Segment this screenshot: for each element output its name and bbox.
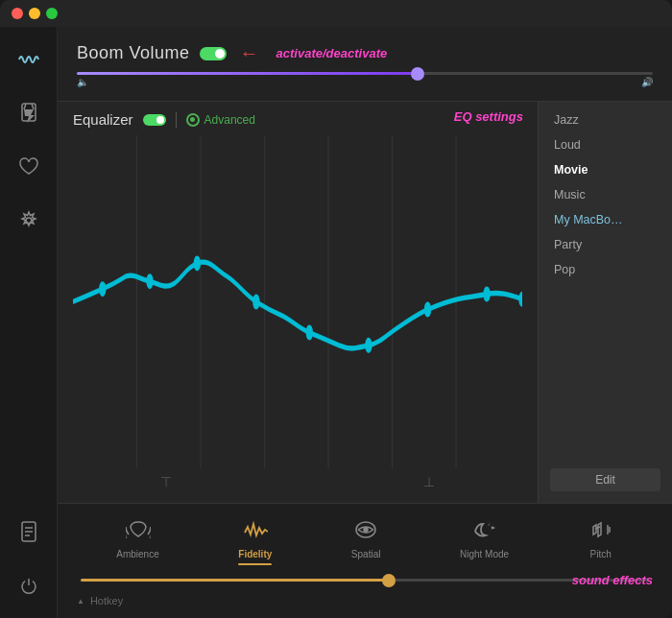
main-layout: Boom Volume ← activate/deactivate 🔈 🔊 xyxy=(0,27,672,618)
fidelity-underline xyxy=(238,563,272,565)
volume-header: Boom Volume ← activate/deactivate xyxy=(77,42,653,64)
eq-section: Equalizer Advanced EQ settings xyxy=(58,101,672,503)
preset-edit-button[interactable]: Edit xyxy=(550,468,660,491)
night-mode-icon xyxy=(472,519,497,545)
effects-section: Ambience Fidelity xyxy=(58,503,672,618)
effect-slider-thumb[interactable] xyxy=(382,574,396,587)
volume-toggle[interactable] xyxy=(200,47,227,60)
sidebar-icon-power[interactable] xyxy=(12,568,46,603)
fidelity-label: Fidelity xyxy=(238,549,272,559)
pitch-label: Pitch xyxy=(590,549,612,559)
svg-line-1 xyxy=(24,104,26,109)
traffic-lights xyxy=(12,8,58,19)
effect-tab-fidelity[interactable]: Fidelity xyxy=(228,515,281,569)
preset-mymacbo[interactable]: My MacBo… xyxy=(539,207,672,232)
eq-title: Equalizer xyxy=(73,111,133,128)
pitch-icon xyxy=(588,519,613,545)
eq-divider xyxy=(176,112,177,128)
eq-bottom-icon-2: ⊥ xyxy=(423,474,435,489)
volume-slider-track[interactable] xyxy=(77,72,653,75)
eq-bottom-icon-1: ⊤ xyxy=(160,474,172,489)
effect-tab-ambience[interactable]: Ambience xyxy=(107,515,168,569)
ambience-icon xyxy=(126,519,151,545)
advanced-badge[interactable]: Advanced xyxy=(186,113,255,127)
effect-slider-container xyxy=(77,579,653,582)
svg-point-15 xyxy=(146,273,153,289)
sound-effects-annotation: sound effects xyxy=(572,573,653,587)
sidebar-icon-heart[interactable] xyxy=(12,150,46,184)
app-window: Boom Volume ← activate/deactivate 🔈 🔊 xyxy=(0,0,672,618)
fidelity-icon xyxy=(243,519,268,545)
svg-point-17 xyxy=(252,294,259,309)
volume-title: Boom Volume xyxy=(77,43,190,63)
svg-point-22 xyxy=(518,292,522,307)
eq-annotation: EQ settings xyxy=(454,109,523,124)
eq-left: Equalizer Advanced EQ settings xyxy=(58,102,538,503)
hotkey-label: Hotkey xyxy=(90,595,123,606)
activate-annotation: activate/deactivate xyxy=(276,46,388,60)
preset-music[interactable]: Music xyxy=(539,182,672,207)
volume-slider-container: 🔈 🔊 xyxy=(77,72,653,87)
effect-slider-row: sound effects xyxy=(77,579,653,582)
effect-tab-night-mode[interactable]: Night Mode xyxy=(450,515,518,569)
sidebar-icon-wave[interactable] xyxy=(12,42,46,77)
eq-chart xyxy=(73,135,522,468)
ambience-label: Ambience xyxy=(116,549,158,559)
volume-max-icon: 🔊 xyxy=(641,77,653,87)
volume-min-icon: 🔈 xyxy=(77,77,88,87)
sidebar-icon-bolt[interactable] xyxy=(12,96,46,131)
advanced-dot-icon xyxy=(186,113,200,127)
sidebar-icon-document[interactable] xyxy=(12,514,46,549)
preset-party[interactable]: Party xyxy=(539,232,672,257)
svg-point-21 xyxy=(483,286,490,301)
volume-slider-thumb[interactable] xyxy=(411,67,424,81)
spatial-label: Spatial xyxy=(351,549,381,559)
svg-line-2 xyxy=(32,104,34,109)
minimize-button[interactable] xyxy=(29,8,40,19)
titlebar xyxy=(0,0,672,27)
svg-point-16 xyxy=(194,255,201,271)
sidebar xyxy=(0,27,58,618)
effect-tab-spatial[interactable]: Spatial xyxy=(342,515,391,569)
effect-slider-track[interactable] xyxy=(81,579,649,582)
hotkey-section[interactable]: ▲ Hotkey xyxy=(77,589,653,608)
effect-tab-pitch[interactable]: Pitch xyxy=(579,515,623,569)
spatial-icon xyxy=(353,519,378,545)
content-area: Boom Volume ← activate/deactivate 🔈 🔊 xyxy=(58,27,672,618)
hotkey-chevron-icon: ▲ xyxy=(77,597,84,606)
svg-point-14 xyxy=(99,281,106,297)
eq-header: Equalizer Advanced EQ settings xyxy=(73,111,522,128)
advanced-label: Advanced xyxy=(204,113,255,127)
svg-point-18 xyxy=(306,325,313,341)
preset-jazz[interactable]: Jazz xyxy=(539,107,672,132)
eq-toggle[interactable] xyxy=(143,114,166,126)
svg-point-24 xyxy=(364,528,368,532)
volume-section: Boom Volume ← activate/deactivate 🔈 🔊 xyxy=(58,27,672,101)
eq-bottom-icons: ⊤ ⊥ xyxy=(73,468,522,493)
sidebar-icon-settings[interactable] xyxy=(12,203,46,238)
preset-pop[interactable]: Pop xyxy=(539,257,672,282)
maximize-button[interactable] xyxy=(46,8,58,19)
volume-arrow: ← xyxy=(240,42,259,64)
svg-point-19 xyxy=(365,338,372,353)
preset-loud[interactable]: Loud xyxy=(539,132,672,157)
effects-tabs: Ambience Fidelity xyxy=(77,515,653,569)
night-mode-label: Night Mode xyxy=(460,549,509,559)
svg-point-20 xyxy=(424,302,431,318)
preset-movie[interactable]: Movie xyxy=(539,157,672,182)
eq-presets-panel: Jazz Loud Movie Music My MacBo… Party Po… xyxy=(538,102,672,503)
close-button[interactable] xyxy=(12,8,23,19)
volume-slider-icons: 🔈 🔊 xyxy=(77,77,653,87)
